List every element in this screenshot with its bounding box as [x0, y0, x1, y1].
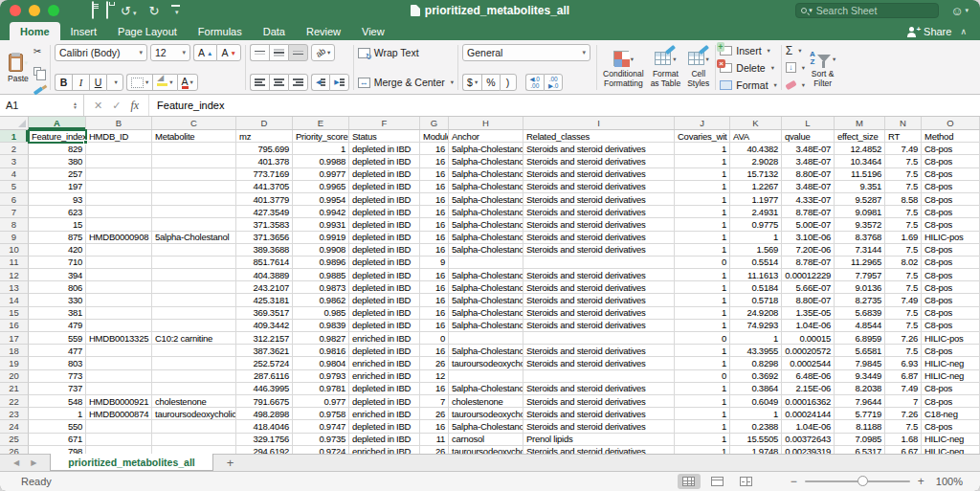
cell-O25[interactable]: HILIC-neg	[922, 434, 980, 446]
cell-O13[interactable]: C8-pos	[922, 281, 980, 294]
cell-K24[interactable]: 0.2388	[730, 420, 782, 433]
cell-B8[interactable]	[86, 218, 152, 231]
insert-cells-button[interactable]: Insert▾	[720, 43, 777, 58]
fill-color-button[interactable]: ▾	[152, 74, 176, 91]
cell-O14[interactable]: C8-pos	[922, 294, 980, 306]
cell-J23[interactable]: 1	[675, 408, 730, 420]
delete-cells-button[interactable]: Delete▾	[720, 60, 777, 76]
italic-button[interactable]: I	[72, 74, 89, 91]
cell-F20[interactable]: enriched in IBD	[349, 370, 420, 383]
cell-A5[interactable]: 197	[29, 181, 86, 193]
cell-K3[interactable]: 2.9028	[730, 155, 782, 167]
cell-J4[interactable]: 1	[675, 168, 730, 181]
cell-G18[interactable]: 16	[420, 345, 449, 357]
col-header-J[interactable]: J	[675, 117, 730, 129]
cell-F14[interactable]: depleted in IBD	[349, 294, 420, 306]
cell-F12[interactable]: depleted in IBD	[349, 269, 420, 281]
zoom-slider[interactable]	[805, 480, 910, 482]
cell-D16[interactable]: 409.3442	[236, 320, 293, 332]
cell-C23[interactable]: tauroursodeoxycholic	[152, 408, 236, 420]
cell-L5[interactable]: 3.48E-07	[782, 181, 835, 193]
cell-L24[interactable]: 1.04E-06	[782, 420, 835, 433]
cell-B9[interactable]: HMDB0000908	[86, 232, 152, 244]
cell-G24[interactable]: 16	[420, 420, 449, 433]
cell-F22[interactable]: depleted in IBD	[349, 395, 420, 408]
formula-input[interactable]: Feature_index	[149, 100, 232, 111]
cell-I16[interactable]: Steroids and steroid derivatives	[523, 320, 675, 332]
cell-K11[interactable]: 0.5514	[730, 257, 782, 269]
cell-E13[interactable]: 0.9873	[293, 281, 349, 294]
cell-D7[interactable]: 427.3549	[236, 206, 293, 218]
cell-O15[interactable]: C8-pos	[922, 307, 980, 320]
cell-D18[interactable]: 387.3621	[236, 345, 293, 357]
cell-A21[interactable]: 737	[29, 383, 86, 395]
cell-N20[interactable]: 6.87	[885, 370, 922, 383]
cell-O1[interactable]: Method	[922, 130, 980, 143]
cell-O2[interactable]: C8-pos	[922, 143, 980, 155]
cell-L18[interactable]: 0.00020572	[782, 345, 835, 357]
cell-L8[interactable]: 5.00E-07	[782, 218, 835, 231]
cell-H15[interactable]: 5alpha-Cholestanol	[449, 307, 523, 320]
col-header-F[interactable]: F	[349, 117, 420, 129]
cell-G9[interactable]: 16	[420, 232, 449, 244]
cell-A19[interactable]: 803	[29, 357, 86, 369]
cell-B19[interactable]	[86, 357, 152, 369]
cell-D9[interactable]: 371.3656	[236, 232, 293, 244]
cell-M25[interactable]: 7.0985	[835, 434, 885, 446]
cell-C13[interactable]	[152, 281, 236, 294]
align-middle-button[interactable]	[269, 44, 288, 61]
cell-O10[interactable]: C8-pos	[922, 244, 980, 257]
cell-I19[interactable]: Steroids and steroid derivatives	[523, 357, 675, 369]
cell-C21[interactable]	[152, 383, 236, 395]
cell-K16[interactable]: 74.9293	[730, 320, 782, 332]
cell-C17[interactable]: C10:2 carnitine	[152, 332, 236, 345]
cell-J7[interactable]: 1	[675, 206, 730, 218]
cell-D14[interactable]: 425.3181	[236, 294, 293, 306]
cell-J1[interactable]: Covaries_wit	[675, 130, 730, 143]
cell-I3[interactable]: Steroids and steroid derivatives	[523, 155, 675, 167]
cell-N11[interactable]: 8.02	[885, 257, 922, 269]
cell-M10[interactable]: 7.3144	[835, 244, 885, 257]
cell-A20[interactable]: 773	[29, 370, 86, 383]
sheet-tab-active[interactable]: prioritized_metabolites_all	[50, 454, 212, 471]
cell-D22[interactable]: 791.6675	[236, 395, 293, 408]
cell-B15[interactable]	[86, 307, 152, 320]
cell-E10[interactable]: 0.9908	[293, 244, 349, 257]
cell-C8[interactable]	[152, 218, 236, 231]
cell-J21[interactable]: 1	[675, 383, 730, 395]
zoom-slider-handle[interactable]	[858, 476, 868, 486]
cell-K9[interactable]: 1	[730, 232, 782, 244]
row-header-19[interactable]: 19	[0, 357, 29, 369]
cell-F10[interactable]: depleted in IBD	[349, 244, 420, 257]
cell-H1[interactable]: Anchor	[449, 130, 523, 143]
col-header-O[interactable]: O	[922, 117, 980, 129]
cell-M20[interactable]: 9.3449	[835, 370, 885, 383]
cell-C14[interactable]	[152, 294, 236, 306]
cell-I12[interactable]: Steroids and steroid derivatives	[523, 269, 675, 281]
cell-M23[interactable]: 5.7719	[835, 408, 885, 420]
cell-A11[interactable]: 710	[29, 257, 86, 269]
cell-C26[interactable]	[152, 446, 236, 454]
cell-J12[interactable]: 1	[675, 269, 730, 281]
cell-H21[interactable]: 5alpha-Cholestanol	[449, 383, 523, 395]
cell-O24[interactable]: C8-pos	[922, 420, 980, 433]
cell-G23[interactable]: 26	[420, 408, 449, 420]
undo-button[interactable]: ↺▾	[121, 2, 136, 19]
cell-L9[interactable]: 3.10E-06	[782, 232, 835, 244]
cell-A6[interactable]: 93	[29, 193, 86, 206]
cell-K2[interactable]: 40.4382	[730, 143, 782, 155]
cell-K18[interactable]: 43.3955	[730, 345, 782, 357]
cell-D3[interactable]: 401.378	[236, 155, 293, 167]
cell-L22[interactable]: 0.00016362	[782, 395, 835, 408]
cell-H23[interactable]: tauroursodeoxycholic	[449, 408, 523, 420]
cell-E2[interactable]: 1	[293, 143, 349, 155]
cell-C7[interactable]	[152, 206, 236, 218]
cell-H13[interactable]: 5alpha-Cholestanol	[449, 281, 523, 294]
page-break-view-button[interactable]	[735, 474, 758, 489]
cell-O17[interactable]: HILIC-pos	[922, 332, 980, 345]
col-header-C[interactable]: C	[152, 117, 236, 129]
cell-E11[interactable]: 0.9896	[293, 257, 349, 269]
cell-D12[interactable]: 404.3889	[236, 269, 293, 281]
cell-B2[interactable]	[86, 143, 152, 155]
cell-H10[interactable]: 5alpha-Cholestanol	[449, 244, 523, 257]
